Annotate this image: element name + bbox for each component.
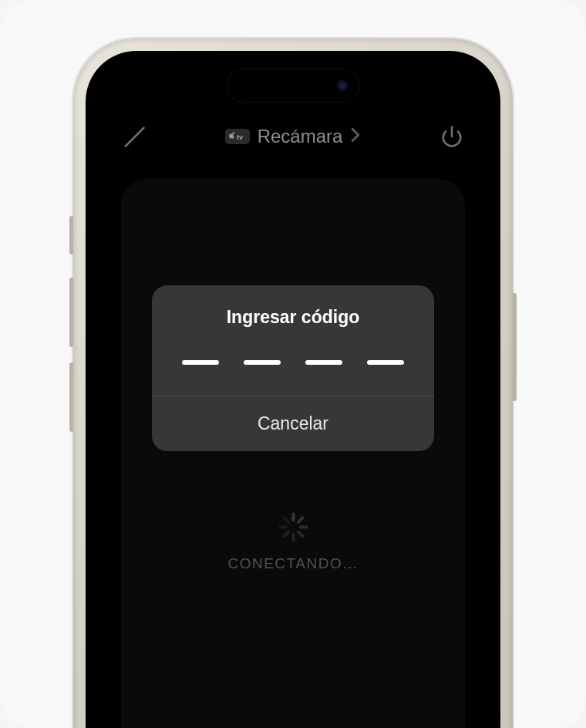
connecting-status: CONECTANDO... <box>227 512 358 572</box>
connecting-label: CONECTANDO... <box>227 555 358 572</box>
canvas: tv Recámara <box>0 0 586 728</box>
appletv-badge-icon: tv <box>225 129 250 144</box>
side-button-volume-down <box>69 362 73 432</box>
side-button-action <box>69 216 73 254</box>
screen-bezel: tv Recámara <box>86 51 500 728</box>
device-name-label: Recámara <box>258 126 343 147</box>
dynamic-island <box>227 69 359 102</box>
power-icon[interactable] <box>440 125 463 148</box>
device-selector[interactable]: tv Recámara <box>225 126 362 147</box>
enter-code-modal: Ingresar código Cancelar <box>152 285 434 451</box>
cancel-button[interactable]: Cancelar <box>152 396 434 451</box>
modal-title: Ingresar código <box>167 307 419 328</box>
code-input[interactable] <box>152 337 434 396</box>
remote-surface: CONECTANDO... <box>121 179 465 728</box>
side-button-power <box>513 293 517 401</box>
screen: tv Recámara <box>90 56 496 728</box>
mute-icon[interactable] <box>123 125 146 148</box>
side-button-volume-up <box>69 278 73 347</box>
svg-text:tv: tv <box>237 133 243 141</box>
chevron-right-icon <box>350 127 361 146</box>
code-digit-1 <box>182 360 219 365</box>
header-bar: tv Recámara <box>90 125 496 148</box>
code-digit-3 <box>305 360 342 365</box>
code-digit-2 <box>244 360 281 365</box>
spinner-icon <box>278 512 308 541</box>
phone-frame: tv Recámara <box>73 39 513 728</box>
front-camera <box>337 80 348 91</box>
modal-header: Ingresar código <box>152 285 434 337</box>
code-digit-4 <box>367 360 404 365</box>
